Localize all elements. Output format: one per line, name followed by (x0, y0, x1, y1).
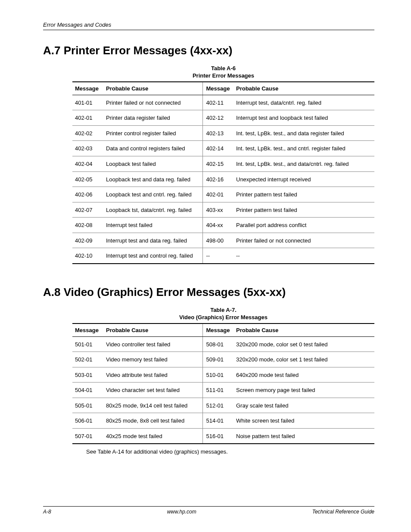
message-code: 505-01 (72, 398, 103, 413)
table-a6-caption: Table A-6 Printer Error Messages (72, 65, 374, 80)
probable-cause: Parallel port address conflict (234, 218, 374, 233)
footer-doc-title: Technical Reference Guide (312, 509, 374, 515)
probable-cause: Int. test, LpBk. test., and data/cntrl. … (234, 156, 374, 171)
message-code: 402-15 (202, 156, 234, 171)
table-a6-title: Printer Error Messages (193, 72, 254, 79)
table-row: 401-01Printer failed or not connected402… (72, 95, 374, 110)
probable-cause: Video character set test failed (103, 383, 202, 398)
probable-cause: Loopback test failed (103, 156, 202, 171)
col-header-message: Message (72, 324, 103, 337)
message-code: 512-01 (202, 398, 234, 413)
probable-cause: 80x25 mode, 8x8 cell test failed (103, 413, 202, 429)
message-code: 511-01 (202, 383, 234, 398)
table-a7-note: See Table A-14 for additional video (gra… (86, 448, 374, 455)
message-code: 402-16 (202, 171, 234, 187)
table-row: 402-08Interrupt test failed404-xxParalle… (72, 218, 374, 233)
table-header-row: Message Probable Cause Message Probable … (72, 324, 374, 337)
message-code: 508-01 (202, 336, 234, 352)
message-code: 506-01 (72, 413, 103, 429)
table-row: 402-03Data and control registers failed4… (72, 141, 374, 156)
message-code: 504-01 (72, 383, 103, 398)
table-a7: Message Probable Cause Message Probable … (72, 323, 374, 445)
table-a6-number: Table A-6 (211, 65, 236, 72)
probable-cause: Gray scale test failed (234, 398, 374, 413)
message-code: 402-05 (72, 171, 103, 187)
message-code: 509-01 (202, 352, 234, 367)
table-a7-caption: Table A-7. Video (Graphics) Error Messag… (72, 307, 374, 321)
probable-cause: Printer control register failed (103, 125, 202, 141)
probable-cause: 320x200 mode, color set 0 test failed (234, 336, 374, 352)
table-a7-wrap: Table A-7. Video (Graphics) Error Messag… (72, 307, 374, 445)
probable-cause: Interrupt test and control reg. failed (103, 248, 202, 264)
probable-cause: Loopback test and data reg. failed (103, 171, 202, 187)
table-a6: Message Probable Cause Message Probable … (72, 81, 374, 264)
probable-cause: -- (234, 248, 374, 264)
table-row: 507-0140x25 mode test failed516-01Noise … (72, 428, 374, 444)
probable-cause: 40x25 mode test failed (103, 428, 202, 444)
table-row: 506-0180x25 mode, 8x8 cell test failed51… (72, 413, 374, 429)
message-code: 402-13 (202, 125, 234, 141)
probable-cause: Interrupt test, data/cntrl. reg. failed (234, 95, 374, 110)
col-header-message: Message (72, 82, 103, 95)
message-code: 507-01 (72, 428, 103, 444)
footer-page-number: A-8 (43, 509, 51, 515)
table-row: 402-02Printer control register failed402… (72, 125, 374, 141)
probable-cause: Printer failed or not connected (103, 95, 202, 110)
message-code: 402-01 (72, 110, 103, 126)
probable-cause: Interrupt test failed (103, 218, 202, 233)
table-row: 402-09Interrupt test and data reg. faile… (72, 233, 374, 248)
message-code: 402-06 (72, 187, 103, 202)
table-a6-wrap: Table A-6 Printer Error Messages Message… (72, 65, 374, 264)
section-heading-a8: A.8 Video (Graphics) Error Messages (5xx… (43, 286, 374, 299)
probable-cause: Int. test, LpBk. test., and cntrl. regis… (234, 141, 374, 156)
message-code: -- (202, 248, 234, 264)
table-row: 402-06Loopback test and cntrl. reg. fail… (72, 187, 374, 202)
probable-cause: Loopback test and cntrl. reg. failed (103, 187, 202, 202)
probable-cause: Printer pattern test failed (234, 202, 374, 218)
message-code: 498-00 (202, 233, 234, 248)
probable-cause: Int. test, LpBk. test., and data registe… (234, 125, 374, 141)
table-row: 402-07Loopback tst, data/cntrl. reg. fai… (72, 202, 374, 218)
probable-cause: Video controller test failed (103, 336, 202, 352)
probable-cause: Printer data register failed (103, 110, 202, 126)
col-header-cause: Probable Cause (234, 82, 374, 95)
page-footer: A-8 www.hp.com Technical Reference Guide (43, 506, 374, 515)
message-code: 514-01 (202, 413, 234, 429)
table-a7-title: Video (Graphics) Error Messages (179, 314, 268, 320)
message-code: 402-04 (72, 156, 103, 171)
probable-cause: Video memory test failed (103, 352, 202, 367)
col-header-message: Message (202, 82, 234, 95)
probable-cause: Loopback tst, data/cntrl. reg. failed (103, 202, 202, 218)
col-header-cause: Probable Cause (103, 82, 202, 95)
table-row: 503-01Video attribute test failed510-016… (72, 367, 374, 383)
probable-cause: Interrupt test and data reg. failed (103, 233, 202, 248)
message-code: 402-09 (72, 233, 103, 248)
probable-cause: White screen test failed (234, 413, 374, 429)
probable-cause: 320x200 mode, color set 1 test failed (234, 352, 374, 367)
section-heading-a7: A.7 Printer Error Messages (4xx-xx) (43, 44, 374, 57)
col-header-message: Message (202, 324, 234, 337)
message-code: 404-xx (202, 218, 234, 233)
table-row: 402-04Loopback test failed402-15Int. tes… (72, 156, 374, 171)
table-row: 505-0180x25 mode, 9x14 cell test failed5… (72, 398, 374, 413)
table-header-row: Message Probable Cause Message Probable … (72, 82, 374, 95)
breadcrumb: Error Messages and Codes (43, 22, 111, 28)
message-code: 516-01 (202, 428, 234, 444)
probable-cause: 80x25 mode, 9x14 cell test failed (103, 398, 202, 413)
probable-cause: Noise pattern test failed (234, 428, 374, 444)
message-code: 402-07 (72, 202, 103, 218)
probable-cause: Printer pattern test failed (234, 187, 374, 202)
probable-cause: 640x200 mode test failed (234, 367, 374, 383)
table-row: 402-10Interrupt test and control reg. fa… (72, 248, 374, 264)
col-header-cause: Probable Cause (103, 324, 202, 337)
table-row: 402-01Printer data register failed402-12… (72, 110, 374, 126)
probable-cause: Screen memory page test failed (234, 383, 374, 398)
message-code: 402-02 (72, 125, 103, 141)
message-code: 403-xx (202, 202, 234, 218)
table-row: 502-01Video memory test failed509-01320x… (72, 352, 374, 367)
probable-cause: Printer failed or not connected (234, 233, 374, 248)
col-header-cause: Probable Cause (234, 324, 374, 337)
table-row: 402-05Loopback test and data reg. failed… (72, 171, 374, 187)
message-code: 503-01 (72, 367, 103, 383)
message-code: 401-01 (72, 95, 103, 110)
